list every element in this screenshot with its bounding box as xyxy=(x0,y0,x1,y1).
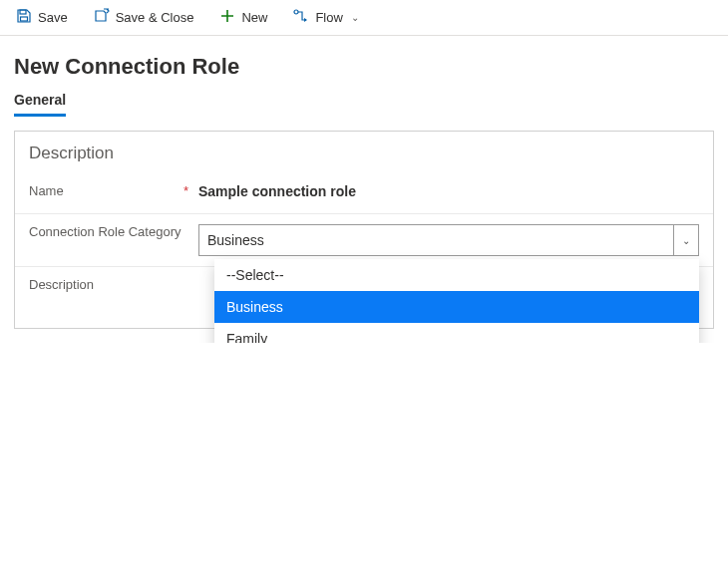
chevron-down-icon: ⌄ xyxy=(673,225,690,255)
row-name: Name * Sample connection role xyxy=(15,173,713,213)
save-close-icon xyxy=(94,8,110,27)
dropdown-option-placeholder[interactable]: --Select-- xyxy=(214,259,699,291)
category-select[interactable]: Business ⌄ xyxy=(198,224,699,256)
flow-label: Flow xyxy=(315,10,342,25)
chevron-down-icon: ⌄ xyxy=(351,12,359,23)
save-close-button[interactable]: Save & Close xyxy=(90,6,198,29)
command-bar: Save Save & Close New Flow ⌄ xyxy=(0,0,728,36)
tab-general[interactable]: General xyxy=(14,86,66,117)
name-field[interactable]: Sample connection role xyxy=(198,183,699,199)
category-label: Connection Role Category xyxy=(29,224,181,241)
name-label: Name xyxy=(29,183,64,200)
section-title: Description xyxy=(15,142,713,173)
name-value: Sample connection role xyxy=(198,183,356,199)
flow-button[interactable]: Flow ⌄ xyxy=(289,6,362,29)
save-label: Save xyxy=(38,10,68,25)
category-dropdown: --Select--BusinessFamilySocialSalesOther… xyxy=(214,259,699,343)
dropdown-option[interactable]: Family xyxy=(214,323,699,343)
dropdown-option[interactable]: Business xyxy=(214,291,699,323)
new-label: New xyxy=(241,10,267,25)
save-button[interactable]: Save xyxy=(12,6,72,29)
new-button[interactable]: New xyxy=(215,6,271,29)
svg-point-2 xyxy=(294,10,298,14)
svg-rect-0 xyxy=(20,10,26,14)
plus-icon xyxy=(219,8,235,27)
category-value: Business xyxy=(207,232,264,248)
description-section: Description Name * Sample connection rol… xyxy=(14,131,714,329)
save-close-label: Save & Close xyxy=(116,10,194,25)
svg-rect-1 xyxy=(21,17,28,21)
description-label: Description xyxy=(29,277,94,294)
flow-icon xyxy=(293,8,309,27)
tab-strip: General xyxy=(0,86,728,117)
required-indicator: * xyxy=(183,183,188,200)
page-title: New Connection Role xyxy=(0,36,728,86)
save-icon xyxy=(16,8,32,27)
